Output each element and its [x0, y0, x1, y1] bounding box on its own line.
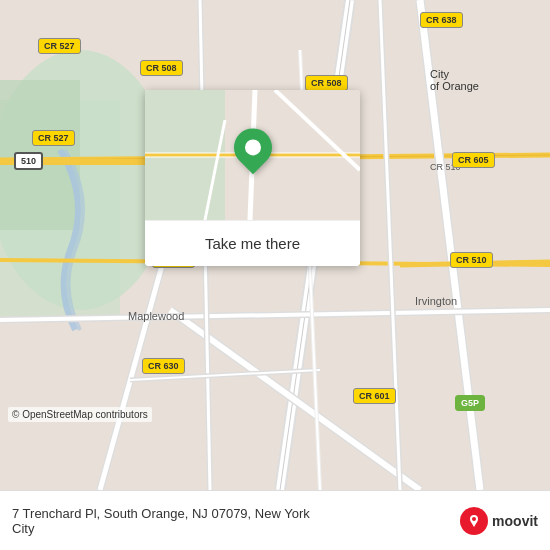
irvington-label: Irvington	[415, 295, 457, 307]
road-badge-cr508-1: CR 508	[140, 60, 183, 76]
road-badge-cr510-right: CR 510	[450, 252, 493, 268]
location-pin	[234, 128, 272, 166]
city-of-orange-label: Cityof Orange	[430, 68, 479, 92]
road-badge-cr527-top: CR 527	[38, 38, 81, 54]
moovit-logo: moovit	[460, 507, 538, 535]
address-text: 7 Trenchard Pl, South Orange, NJ 07079, …	[12, 506, 460, 536]
bottom-bar: 7 Trenchard Pl, South Orange, NJ 07079, …	[0, 490, 550, 550]
road-badge-cr601: CR 601	[353, 388, 396, 404]
svg-point-37	[472, 517, 476, 521]
road-badge-cr638-top: CR 638	[420, 12, 463, 28]
moovit-icon	[460, 507, 488, 535]
location-popup: Take me there	[145, 90, 360, 266]
osm-attribution: © OpenStreetMap contributors	[8, 407, 152, 422]
svg-marker-38	[471, 522, 477, 527]
road-badge-510: 510	[14, 152, 43, 170]
map-container: CR 510 CR 638 CR 527 CR 508 CR 508 CR 57…	[0, 0, 550, 490]
road-badge-cr630: CR 630	[142, 358, 185, 374]
address-line2: City	[12, 521, 34, 536]
maplewood-label: Maplewood	[128, 310, 184, 322]
road-badge-cr508-2: CR 508	[305, 75, 348, 91]
osm-text: © OpenStreetMap contributors	[12, 409, 148, 420]
popup-map-thumbnail	[145, 90, 360, 220]
moovit-text: moovit	[492, 513, 538, 529]
road-badge-cr605: CR 605	[452, 152, 495, 168]
road-badge-g5p: G5P	[455, 395, 485, 411]
take-me-there-button[interactable]: Take me there	[145, 220, 360, 266]
address-line1: 7 Trenchard Pl, South Orange, NJ 07079, …	[12, 506, 310, 521]
road-badge-cr527-2: CR 527	[32, 130, 75, 146]
